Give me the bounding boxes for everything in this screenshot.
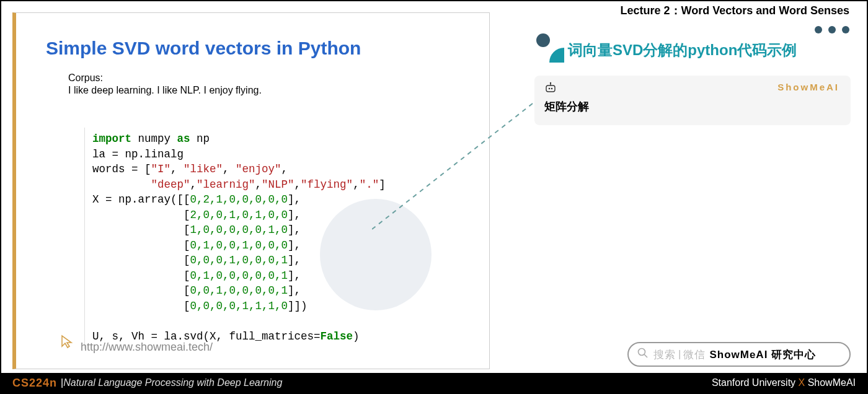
svg-point-7: [639, 348, 645, 355]
cursor-icon: [60, 334, 76, 352]
search-box[interactable]: 搜索 | 微信 ShowMeAI 研究中心: [627, 342, 851, 367]
search-icon: [637, 348, 649, 362]
annotation-text: 矩阵分解: [544, 99, 589, 114]
slide-panel: Simple SVD word vectors in Python Corpus…: [12, 12, 490, 369]
svg-rect-2: [546, 85, 555, 92]
svg-point-3: [549, 88, 551, 90]
corpus-text: I like deep learning. I like NLP. I enjo…: [68, 85, 489, 96]
section-icon: [534, 33, 564, 65]
code-block: import numpy as np la = np.linalg words …: [84, 128, 413, 349]
bot-icon: [544, 82, 557, 97]
footer-credit: Stanford University X ShowMeAI: [712, 377, 856, 388]
slide-title: Simple SVD word vectors in Python: [46, 38, 489, 59]
lecture-header: Lecture 2：Word Vectors and Word Senses: [621, 3, 849, 18]
svg-point-1: [536, 33, 550, 47]
section-dots: [808, 25, 849, 36]
slide-url[interactable]: http://www.showmeai.tech/: [81, 341, 213, 354]
annotation-card: ShowMeAI 矩阵分解: [534, 76, 851, 125]
course-subtitle: Natural Language Processing with Deep Le…: [63, 377, 282, 388]
search-channel: 微信: [683, 348, 706, 362]
search-target: ShowMeAI 研究中心: [709, 348, 816, 362]
footer-bar: CS224n | Natural Language Processing wit…: [1, 373, 867, 393]
corpus-label: Corpus:: [68, 72, 489, 84]
course-code: CS224n: [12, 377, 57, 390]
section-title: 词向量SVD分解的python代码示例: [568, 40, 797, 60]
svg-line-8: [644, 354, 647, 357]
svg-point-6: [550, 82, 551, 84]
brand-label: ShowMeAI: [777, 82, 839, 92]
search-placeholder: 搜索: [653, 348, 676, 362]
svg-point-4: [551, 88, 553, 90]
